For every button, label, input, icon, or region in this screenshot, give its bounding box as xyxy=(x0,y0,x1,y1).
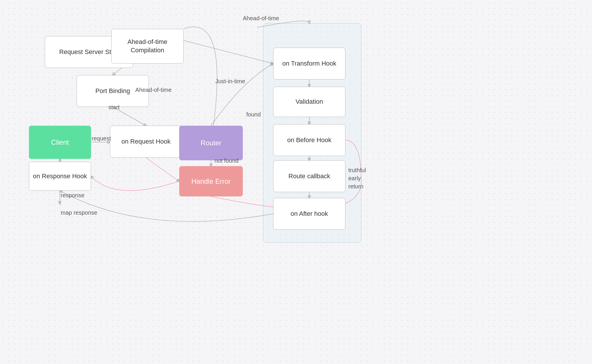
route-callback-node: Route callback xyxy=(273,160,345,192)
label-map-response: map response xyxy=(61,209,97,216)
request-server-start-label: Request Server Start xyxy=(59,48,119,56)
diagram: Request Server Start Ahead-of-timeCompil… xyxy=(0,0,592,364)
on-response-hook-node: on Response Hook xyxy=(29,162,91,191)
label-found: found xyxy=(246,111,261,118)
label-just-in-time: Just-in-time xyxy=(215,78,245,85)
handle-error-node: Handle Error xyxy=(179,166,243,196)
label-request: request xyxy=(92,135,111,142)
router-label: Router xyxy=(201,138,221,147)
label-start: start xyxy=(108,104,120,111)
on-response-hook-label: on Response Hook xyxy=(33,172,87,181)
on-before-hook-node: on Before Hook xyxy=(273,124,345,156)
aot-compilation-label: Ahead-of-timeCompilation xyxy=(127,38,167,54)
label-not-found: not found xyxy=(214,157,238,164)
label-ahead-of-time-top: Ahead-of-time xyxy=(243,15,279,22)
handle-error-label: Handle Error xyxy=(191,177,231,186)
router-node: Router xyxy=(179,126,243,160)
route-callback-label: Route callback xyxy=(288,172,330,181)
validation-node: Validation xyxy=(273,87,345,117)
on-after-hook-node: on After hook xyxy=(273,198,345,230)
validation-label: Validation xyxy=(296,98,323,106)
client-label: Client xyxy=(51,138,69,147)
label-response: response xyxy=(61,192,84,199)
label-ahead-of-time-path: Ahead-of-time xyxy=(135,87,172,93)
aot-compilation-node: Ahead-of-timeCompilation xyxy=(111,29,184,64)
on-after-hook-label: on After hook xyxy=(291,210,328,218)
on-transform-hook-node: on Transform Hook xyxy=(273,48,345,79)
on-request-hook-node: on Request Hook xyxy=(110,126,182,157)
port-binding-label: Port Binding xyxy=(95,87,130,95)
on-request-hook-label: on Request Hook xyxy=(121,138,171,146)
on-before-hook-label: on Before Hook xyxy=(287,136,332,144)
on-transform-hook-label: on Transform Hook xyxy=(282,60,336,68)
label-truthful-early-return: truthful early return xyxy=(348,166,366,190)
client-node: Client xyxy=(29,126,91,159)
